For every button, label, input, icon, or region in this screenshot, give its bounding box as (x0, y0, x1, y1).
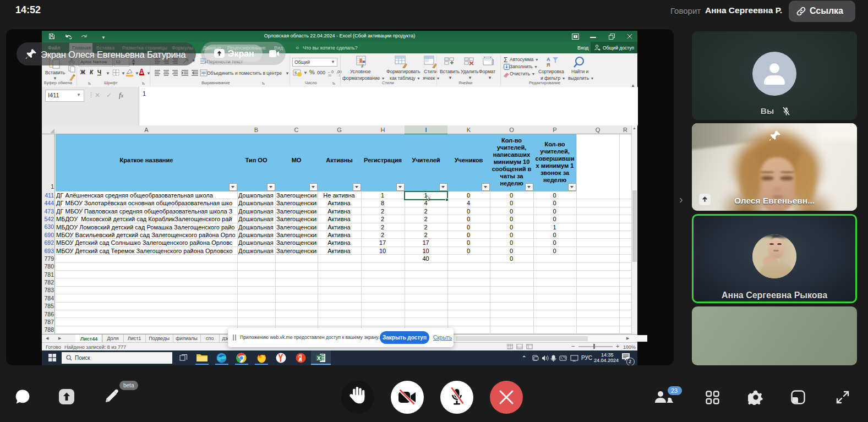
svg-text:≠: ≠ (361, 63, 364, 68)
svg-text:,00: ,00 (336, 70, 342, 74)
svg-text:А: А (547, 57, 550, 62)
svg-text:←0: ←0 (327, 70, 334, 74)
svg-text:$: $ (294, 70, 297, 75)
svg-text:Я: Я (547, 62, 550, 68)
svg-text:,00: ,00 (327, 74, 331, 77)
